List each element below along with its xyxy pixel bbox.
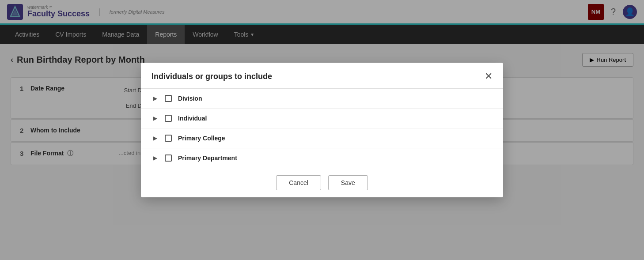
expand-primary-department-icon[interactable]: ▶ bbox=[152, 155, 159, 161]
primary-college-checkbox[interactable] bbox=[165, 135, 172, 142]
modal-close-button[interactable]: ✕ bbox=[485, 72, 492, 81]
primary-college-label[interactable]: Primary College bbox=[178, 135, 225, 142]
primary-department-label[interactable]: Primary Department bbox=[178, 154, 237, 162]
division-checkbox[interactable] bbox=[165, 95, 172, 102]
division-label[interactable]: Division bbox=[178, 95, 202, 102]
save-button[interactable]: Save bbox=[328, 175, 368, 190]
modal-title: Individuals or groups to include bbox=[152, 72, 272, 81]
modal-backdrop: Individuals or groups to include ✕ ▶ Div… bbox=[0, 0, 644, 260]
expand-primary-college-icon[interactable]: ▶ bbox=[152, 135, 159, 141]
individual-label[interactable]: Individual bbox=[178, 115, 207, 122]
modal-row-primary-college: ▶ Primary College bbox=[141, 128, 503, 148]
modal-dialog: Individuals or groups to include ✕ ▶ Div… bbox=[141, 63, 503, 197]
individual-checkbox[interactable] bbox=[165, 115, 172, 122]
expand-division-icon[interactable]: ▶ bbox=[152, 95, 159, 102]
modal-row-individual: ▶ Individual bbox=[141, 109, 503, 128]
cancel-button[interactable]: Cancel bbox=[276, 175, 321, 190]
modal-row-division: ▶ Division bbox=[141, 89, 503, 109]
expand-individual-icon[interactable]: ▶ bbox=[152, 115, 159, 121]
modal-body: ▶ Division ▶ Individual ▶ Primary Colleg… bbox=[141, 89, 503, 168]
modal-header: Individuals or groups to include ✕ bbox=[141, 63, 503, 89]
modal-footer: Cancel Save bbox=[141, 168, 503, 197]
modal-row-primary-department: ▶ Primary Department bbox=[141, 148, 503, 168]
primary-department-checkbox[interactable] bbox=[165, 154, 172, 162]
